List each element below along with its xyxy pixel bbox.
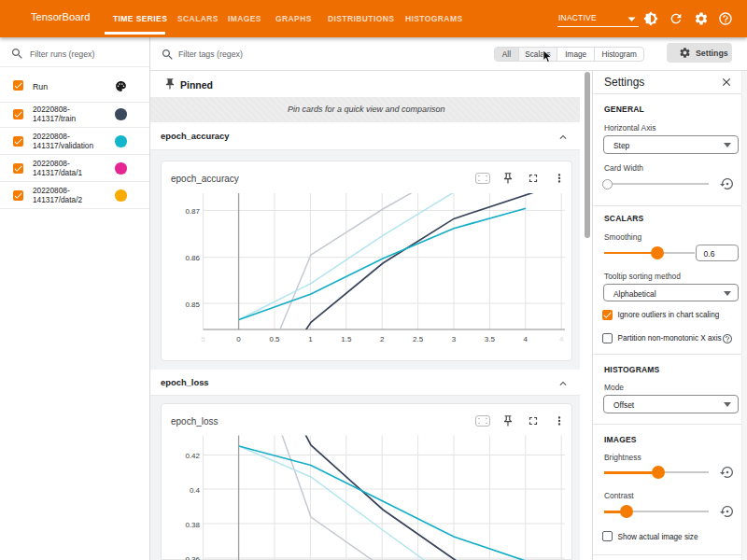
svg-text:3: 3 xyxy=(452,335,457,343)
svg-text:2.5: 2.5 xyxy=(413,335,424,343)
svg-text:0.36: 0.36 xyxy=(185,555,200,560)
svg-text:1.5: 1.5 xyxy=(341,335,352,343)
svg-text:4: 4 xyxy=(524,335,529,343)
svg-text:0.87: 0.87 xyxy=(185,207,200,216)
svg-text:0.4: 0.4 xyxy=(190,486,201,495)
svg-text:0.42: 0.42 xyxy=(185,452,200,460)
svg-text:2: 2 xyxy=(380,335,385,343)
svg-text:0.85: 0.85 xyxy=(185,301,200,309)
svg-text:0.38: 0.38 xyxy=(185,521,200,529)
svg-text:5: 5 xyxy=(201,335,205,343)
svg-text:3.5: 3.5 xyxy=(485,335,496,343)
svg-text:0: 0 xyxy=(236,335,241,343)
svg-text:4: 4 xyxy=(559,335,564,343)
svg-text:0.86: 0.86 xyxy=(185,254,200,262)
svg-text:1: 1 xyxy=(308,335,313,343)
svg-text:0.5: 0.5 xyxy=(269,335,280,343)
